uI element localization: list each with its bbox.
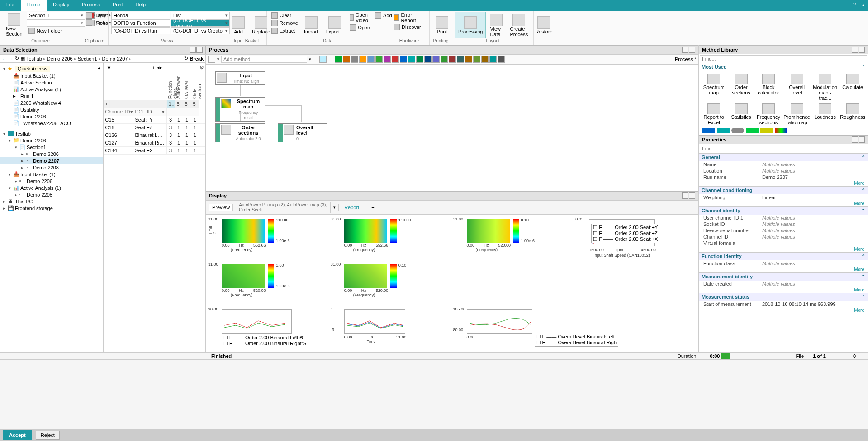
table-row[interactable]: C15Seat:+Y3111 xyxy=(104,116,206,124)
maximize-icon[interactable] xyxy=(196,47,203,53)
method-item[interactable]: Order sections xyxy=(728,73,754,102)
method-shortcut-icon[interactable] xyxy=(392,56,399,63)
method-shortcut-icon[interactable] xyxy=(449,56,456,63)
plot-spectrum-6[interactable]: 31.00 0.00 Hz 520.00 (Frequency) 0.10 xyxy=(331,262,451,305)
node-input[interactable]: InputTime: No align xyxy=(215,71,265,85)
tree-item[interactable]: ▸▫Demo 2206 xyxy=(0,150,103,157)
add-report-tab[interactable]: + xyxy=(369,204,377,211)
add-button[interactable]: Add xyxy=(229,12,248,38)
tree-item[interactable]: 📄2206 WhatsNew 4 xyxy=(0,99,103,106)
table-row[interactable]: C144Seat:+X3111 xyxy=(104,147,206,155)
back-icon[interactable]: ← xyxy=(2,56,7,61)
node-order-sections[interactable]: Order sectionsAutomatic 2.0 xyxy=(215,123,265,142)
props-cc-header[interactable]: Channel conditioning⌃ xyxy=(699,186,868,194)
tab-print[interactable]: Print xyxy=(106,0,129,11)
plot-spectrum-5[interactable]: 31.00 0.00 Hz 520.00 (Frequency) 1.00 1.… xyxy=(208,262,329,305)
gear-icon[interactable]: ⚙ xyxy=(199,65,204,70)
history-icon[interactable]: ↻ xyxy=(15,56,19,61)
channel-id-header[interactable]: Channel ID▾ xyxy=(104,108,133,116)
views-f2[interactable]: (Cx-DOFID) vs Run xyxy=(111,27,170,34)
method-item[interactable]: Frequency sections xyxy=(755,103,782,126)
print-button[interactable]: Print xyxy=(432,12,451,38)
method-shortcut-icon[interactable] xyxy=(375,56,383,63)
tree-item[interactable]: ▾📊Active Analysis (1) xyxy=(0,184,103,191)
props-ms-header[interactable]: Measurement status⌃ xyxy=(699,293,868,301)
collapse-ribbon-icon[interactable]: ▴ xyxy=(859,0,868,11)
props-mi-header[interactable]: Measurement identity⌃ xyxy=(699,272,868,281)
tree-frontend[interactable]: ▸💾Frontend storage xyxy=(0,205,103,211)
method-thumb-icon[interactable] xyxy=(702,128,715,133)
method-shortcut-icon[interactable] xyxy=(408,56,415,63)
section-selector[interactable]: Section 1▾ xyxy=(27,12,85,19)
dock-icon[interactable] xyxy=(852,47,858,53)
method-shortcut-icon[interactable] xyxy=(424,56,432,63)
tree-item[interactable]: ▸▫Demo 2206 xyxy=(0,178,103,184)
restore-button[interactable]: Restore xyxy=(532,12,556,38)
accept-button[interactable]: Accept xyxy=(3,430,32,440)
break-button[interactable]: Break xyxy=(190,56,204,61)
dof-id-header[interactable]: DOF ID▾ xyxy=(133,108,167,116)
tab-display[interactable]: Display xyxy=(47,0,76,11)
method-shortcut-icon[interactable] xyxy=(473,56,480,63)
discover-button[interactable]: Discover xyxy=(392,23,427,31)
method-item[interactable]: Prominence ratio map xyxy=(783,103,811,126)
method-item[interactable]: Overall level xyxy=(783,73,811,102)
maximize-icon[interactable] xyxy=(859,136,865,143)
add-method-input[interactable] xyxy=(221,56,307,63)
dock-icon[interactable] xyxy=(190,47,196,53)
more-link[interactable]: More xyxy=(699,307,868,313)
method-shortcut-icon[interactable] xyxy=(441,56,448,63)
method-shortcut-icon[interactable] xyxy=(343,56,350,63)
forward-icon[interactable]: → xyxy=(9,56,14,61)
method-item[interactable]: Loudness xyxy=(812,103,838,126)
tree-item[interactable]: 📊Active Analysis (1) xyxy=(0,86,103,93)
tree-item-selected[interactable]: ▸▫Demo 2207 xyxy=(0,157,103,164)
plot-spectrum-1[interactable]: 31.00 Time s 0.00 Hz 552.66 (Frequency) … xyxy=(208,217,329,260)
tree-item[interactable]: ▸▫Demo 2208 xyxy=(0,164,103,171)
tree-item[interactable]: ▾📁Demo 2206 xyxy=(0,137,103,144)
method-shortcut-icon[interactable] xyxy=(489,56,497,63)
method-thumb-icon[interactable] xyxy=(760,128,773,133)
copy-button[interactable]: Copy xyxy=(84,12,109,19)
method-shortcut-icon[interactable] xyxy=(335,56,342,63)
tree-item[interactable]: 📄Usability xyxy=(0,106,103,113)
tab-process[interactable]: Process xyxy=(76,0,106,11)
plot-spectrum-2[interactable]: 31.00 0.00 Hz 552.66 (Frequency) 110.00 xyxy=(331,217,451,260)
plot-spectrum-3[interactable]: 31.00 0.00 Hz 520.00 (Frequency) 0.10 1.… xyxy=(453,217,574,260)
method-item[interactable]: Report to Excel xyxy=(701,103,727,126)
chevron-down-icon[interactable]: ▾ xyxy=(309,57,311,61)
extract-button[interactable]: Extract xyxy=(270,27,300,34)
import-button[interactable]: Import xyxy=(301,12,321,38)
tree-item[interactable]: ▾📥Input Basket (1) xyxy=(0,171,103,178)
node-overall-level[interactable]: Overall level0 xyxy=(278,123,327,142)
maximize-icon[interactable] xyxy=(859,47,865,53)
reject-button[interactable]: Reject xyxy=(36,431,60,440)
maximize-icon[interactable] xyxy=(689,47,695,53)
error-report-button[interactable]: Error Report xyxy=(392,12,427,23)
maximize-icon[interactable] xyxy=(689,192,695,199)
method-shortcut-icon[interactable] xyxy=(359,56,366,63)
clear-button[interactable]: Clear xyxy=(270,12,300,19)
add-column-icon[interactable]: + xyxy=(150,65,157,70)
create-process-button[interactable]: Create Process xyxy=(507,12,531,38)
method-item[interactable]: Block calculator xyxy=(755,73,782,102)
plot-line-2[interactable]: 1 -3 0.00 s 31.00 Time xyxy=(331,307,451,350)
props-find-input[interactable] xyxy=(700,145,867,152)
node-spectrum-map[interactable]: Spectrum mapFrequency resol xyxy=(215,97,265,122)
collapse-tree-icon[interactable]: ◂ xyxy=(98,65,103,71)
more-link[interactable]: More xyxy=(699,180,868,186)
tab-help[interactable]: Help xyxy=(129,0,152,11)
filter-icon[interactable]: ▼ xyxy=(105,65,114,70)
dock-icon[interactable] xyxy=(682,47,688,53)
props-fi-header[interactable]: Function identity⌃ xyxy=(699,252,868,260)
dock-icon[interactable] xyxy=(682,192,688,199)
tree-item[interactable]: 📄Demo 2206 xyxy=(0,113,103,120)
method-item[interactable]: Spectrum map xyxy=(701,73,727,102)
views-brand[interactable]: Honda xyxy=(111,12,170,19)
props-ci-header[interactable]: Channel identity⌃ xyxy=(699,206,868,215)
method-shortcut-icon[interactable] xyxy=(416,56,423,63)
method-shortcut-icon[interactable] xyxy=(400,56,407,63)
section-sub-selector[interactable]: ▾ xyxy=(27,19,85,27)
plot-spectrum-4[interactable]: ☐ F —— Order 2.00 Seat:+Y ☐ F —— Order 2… xyxy=(575,217,696,305)
add-row-icon[interactable]: + xyxy=(104,100,110,108)
